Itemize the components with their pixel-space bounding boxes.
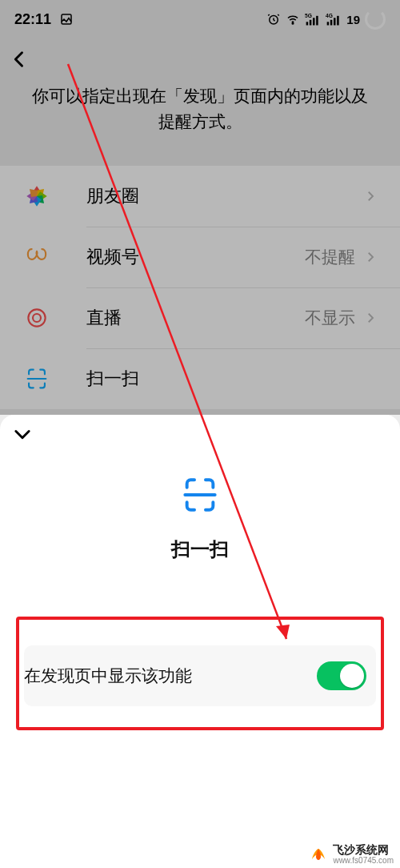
bottom-sheet: 扫一扫 在发现页中显示该功能 <box>0 415 400 868</box>
battery-level: 19 <box>346 13 360 26</box>
scan-icon <box>22 364 51 393</box>
show-in-discover-row[interactable]: 在发现页中显示该功能 <box>24 645 376 706</box>
moments-icon <box>22 182 51 211</box>
chevron-right-icon <box>363 250 378 264</box>
nav-bar <box>0 38 400 80</box>
loading-spinner-icon <box>365 9 386 30</box>
back-button[interactable] <box>8 48 30 70</box>
watermark-name: 飞沙系统网 <box>333 844 394 856</box>
wifi-icon <box>286 12 300 26</box>
svg-rect-10 <box>330 20 333 26</box>
sheet-title: 扫一扫 <box>171 536 229 562</box>
discover-settings-list: 朋友圈 视频号 不提醒 直播 不显示 扫一扫 <box>0 166 400 409</box>
list-item-moments[interactable]: 朋友圈 <box>0 166 400 227</box>
page-subtitle: 你可以指定出现在「发现」页面内的功能以及提醒方式。 <box>0 80 400 166</box>
chevron-right-icon <box>363 311 378 325</box>
alarm-icon <box>266 12 281 26</box>
channels-icon <box>22 243 51 271</box>
toggle-label: 在发现页中显示该功能 <box>24 665 317 687</box>
svg-point-14 <box>33 314 41 322</box>
svg-point-2 <box>293 23 294 25</box>
sheet-close-button[interactable] <box>11 423 34 448</box>
scan-hero-icon <box>178 472 222 517</box>
svg-rect-12 <box>337 16 339 26</box>
list-item-live[interactable]: 直播 不显示 <box>0 287 400 348</box>
svg-rect-11 <box>334 18 336 25</box>
svg-rect-5 <box>310 20 312 26</box>
svg-rect-6 <box>313 18 315 25</box>
watermark: 飞沙系统网 www.fs0745.com <box>309 844 394 865</box>
list-item-label: 视频号 <box>86 245 305 269</box>
watermark-logo-icon <box>309 845 328 864</box>
list-item-scan[interactable]: 扫一扫 <box>0 348 400 409</box>
show-in-discover-switch[interactable] <box>317 661 366 690</box>
svg-text:4G: 4G <box>326 13 333 18</box>
svg-text:5G: 5G <box>305 13 312 18</box>
signal-5g-icon: 5G <box>305 12 321 26</box>
svg-rect-9 <box>327 22 330 25</box>
signal-4g-icon: 4G <box>326 12 342 26</box>
list-item-value: 不显示 <box>305 307 355 329</box>
list-item-label: 直播 <box>86 306 305 330</box>
screenshot-icon <box>59 12 74 26</box>
status-bar: 22:11 5G 4G 19 <box>0 0 400 38</box>
list-item-value: 不提醒 <box>305 246 355 268</box>
chevron-right-icon <box>363 189 378 203</box>
svg-rect-7 <box>316 16 318 26</box>
live-icon <box>22 303 51 332</box>
list-item-label: 朋友圈 <box>86 184 363 208</box>
annotation-highlight-box: 在发现页中显示该功能 <box>16 617 384 730</box>
list-item-label: 扫一扫 <box>86 367 378 391</box>
status-time: 22:11 <box>14 11 51 28</box>
svg-point-13 <box>28 309 45 326</box>
svg-rect-4 <box>306 22 309 25</box>
watermark-url: www.fs0745.com <box>333 856 394 865</box>
list-item-channels[interactable]: 视频号 不提醒 <box>0 227 400 287</box>
